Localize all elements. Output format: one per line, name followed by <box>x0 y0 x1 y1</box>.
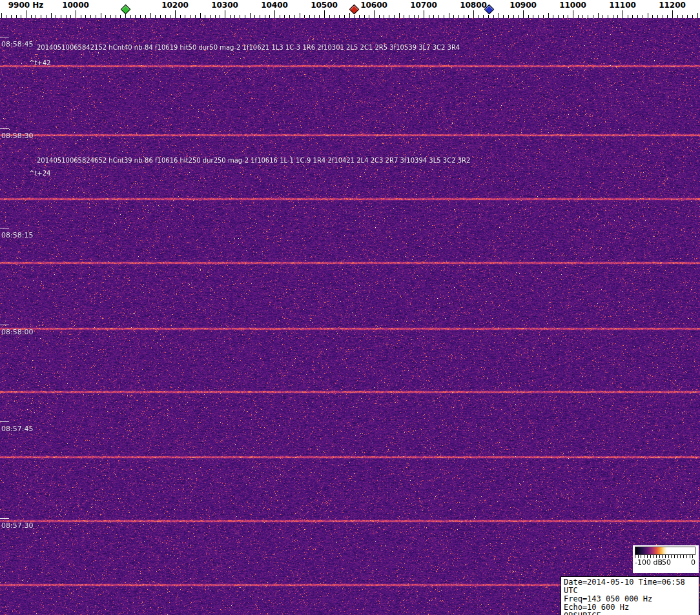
ruler-tick <box>444 15 444 18</box>
ruler-tick <box>269 15 270 18</box>
ruler-tick <box>468 15 469 18</box>
ruler-tick <box>578 15 579 18</box>
ruler-tick <box>46 15 46 18</box>
ruler-tick <box>1 13 2 18</box>
ruler-tick <box>110 15 111 18</box>
ruler-label: 10500 <box>311 1 338 10</box>
ruler-tick <box>254 15 255 18</box>
ruler-tick <box>280 15 280 18</box>
ruler-tick <box>623 10 623 18</box>
ruler-tick <box>643 15 643 18</box>
ruler-tick <box>41 15 41 18</box>
ruler-tick <box>364 15 365 18</box>
freq-marker-red-icon[interactable] <box>349 5 359 15</box>
ruler-tick <box>26 10 26 18</box>
ruler-tick <box>120 15 121 18</box>
db-colorbar-gradient <box>635 547 695 555</box>
ruler-tick <box>508 15 509 18</box>
ruler-tick <box>354 15 355 18</box>
ruler-tick <box>682 15 683 18</box>
ruler-tick <box>548 13 549 18</box>
ruler-tick <box>116 15 116 18</box>
ruler-tick <box>409 15 409 18</box>
ruler-tick <box>632 15 633 18</box>
ruler-tick <box>568 15 568 18</box>
ruler-tick <box>309 15 310 18</box>
ruler-tick <box>404 15 404 18</box>
ruler-tick <box>21 15 21 18</box>
ruler-tick <box>31 15 32 18</box>
ruler-tick <box>300 13 300 18</box>
ruler-tick <box>289 15 290 18</box>
ruler-tick <box>424 10 424 18</box>
ruler-tick <box>394 15 395 18</box>
ruler-tick <box>533 15 533 18</box>
ruler-tick <box>56 15 56 18</box>
ruler-tick <box>150 13 151 18</box>
ruler-tick <box>657 15 658 18</box>
ruler-tick <box>389 15 389 18</box>
ruler-tick <box>399 13 400 18</box>
ruler-tick <box>260 15 260 18</box>
ruler-tick <box>70 15 71 18</box>
ruler-tick <box>319 15 320 18</box>
ruler-tick <box>538 15 539 18</box>
ruler-tick <box>220 15 220 18</box>
ruler-tick <box>96 15 96 18</box>
ruler-tick <box>210 15 211 18</box>
ruler-tick <box>334 15 335 18</box>
ruler-tick <box>613 15 613 18</box>
db-min-label: -100 dB <box>635 558 663 567</box>
ruler-tick <box>499 13 499 18</box>
ruler-tick <box>473 10 474 18</box>
ruler-tick <box>414 15 415 18</box>
ruler-tick <box>433 15 434 18</box>
ruler-tick <box>145 15 146 18</box>
ruler-tick <box>479 15 479 18</box>
ruler-tick <box>51 13 52 18</box>
ruler-tick <box>438 15 439 18</box>
ruler-tick <box>265 15 265 18</box>
ruler-tick <box>573 10 573 18</box>
ruler-label: 10200 <box>161 1 189 10</box>
ruler-tick <box>130 15 131 18</box>
spectrogram-canvas <box>0 18 700 615</box>
ruler-tick <box>284 15 285 18</box>
ruler-tick <box>349 13 350 18</box>
ruler-tick <box>563 15 564 18</box>
ruler-tick <box>488 15 489 18</box>
ruler-tick <box>140 15 141 18</box>
ruler-tick <box>240 15 240 18</box>
ruler-tick <box>608 15 608 18</box>
ruler-tick <box>339 15 340 18</box>
ruler-tick <box>190 15 190 18</box>
ruler-tick <box>61 15 61 18</box>
ruler-tick <box>692 15 693 18</box>
ruler-tick <box>637 15 638 18</box>
ruler-tick <box>180 15 181 18</box>
ruler-tick <box>314 15 315 18</box>
ruler-tick <box>170 15 170 18</box>
ruler-tick <box>160 15 161 18</box>
meteor-spectrogram-window: 9900 Hz100001020010300104001050010600107… <box>0 0 700 615</box>
ruler-tick <box>697 13 698 18</box>
ruler-tick <box>558 15 559 18</box>
ruler-tick <box>528 15 529 18</box>
ruler-tick <box>588 15 588 18</box>
ruler-tick <box>687 15 688 18</box>
ruler-tick <box>553 15 553 18</box>
ruler-tick <box>324 10 325 18</box>
ruler-tick <box>464 15 464 18</box>
ruler-label: 10900 <box>510 1 537 10</box>
ruler-tick <box>245 15 245 18</box>
ruler-tick <box>374 10 375 18</box>
ruler-tick <box>602 15 603 18</box>
freq-marker-green-icon[interactable] <box>120 5 130 15</box>
ruler-tick <box>135 15 136 18</box>
ruler-tick <box>165 15 166 18</box>
ruler-tick <box>16 15 17 18</box>
ruler-tick <box>175 10 176 18</box>
ruler-tick <box>11 15 12 18</box>
ruler-tick <box>543 15 544 18</box>
ruler-tick <box>672 10 673 18</box>
